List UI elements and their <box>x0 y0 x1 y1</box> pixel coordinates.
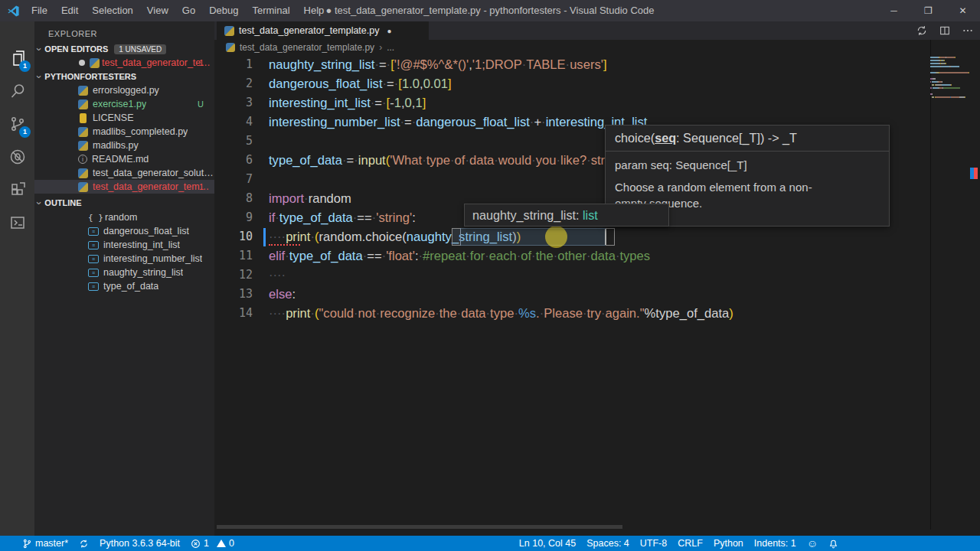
unsaved-badge: 1 UNSAVED <box>114 44 166 54</box>
code-line[interactable]: 13else: <box>217 285 930 304</box>
menu-file[interactable]: File <box>24 5 54 16</box>
line-number[interactable]: 6 <box>217 151 253 170</box>
minimap-token <box>955 57 956 58</box>
line-number[interactable]: 4 <box>217 112 253 132</box>
more-actions-icon[interactable] <box>962 24 974 37</box>
breadcrumb[interactable]: test_data_generator_template.py › ... <box>226 40 394 55</box>
code-line[interactable]: 1naughty_string_list·=·['!@#$%^&*()','1;… <box>217 55 930 74</box>
file-item[interactable]: exercise1.pyU <box>34 97 214 111</box>
code-token: again." <box>605 306 644 321</box>
line-number[interactable]: 1 <box>217 55 253 74</box>
line-number[interactable]: 12 <box>217 266 253 285</box>
code-token: random.choice <box>318 230 402 244</box>
line-number[interactable]: 10 <box>217 227 253 246</box>
code-line[interactable]: 12···· <box>217 266 930 285</box>
line-number[interactable]: 5 <box>217 132 253 151</box>
code-token: interesting_int_list <box>269 96 371 110</box>
split-editor-icon[interactable] <box>939 24 951 37</box>
code-line[interactable]: 10····print·(random.choice(naughty_strin… <box>217 227 930 246</box>
indentation-status[interactable]: Spaces: 4 <box>581 538 635 549</box>
code-token: TABLE <box>526 57 565 72</box>
feedback-smiley-icon[interactable]: ☺ <box>802 538 823 549</box>
line-number[interactable]: 3 <box>217 93 253 112</box>
close-button[interactable]: ✕ <box>946 0 980 21</box>
minimap[interactable] <box>930 57 970 148</box>
notifications-bell[interactable] <box>823 539 844 549</box>
menu-view[interactable]: View <box>140 5 175 16</box>
minimap-token <box>932 93 933 95</box>
minimap-token <box>951 84 952 86</box>
open-editor-item[interactable]: test_data_generator_template.py 1 <box>34 56 214 70</box>
outline-item[interactable]: interesting_int_list <box>34 238 214 252</box>
file-item[interactable]: README.md <box>34 152 214 166</box>
python-interpreter-status[interactable]: Python 3.6.3 64-bit <box>94 538 185 549</box>
outline-item[interactable]: type_of_data <box>34 279 214 293</box>
code-line[interactable]: 14····print·("could·not·recognize·the·da… <box>217 304 930 323</box>
file-item[interactable]: test_data_generator_template.py1 <box>34 180 214 194</box>
outline-header[interactable]: › OUTLINE <box>34 196 214 210</box>
file-label: madlibs_completed.py <box>93 126 188 137</box>
minimap-token <box>943 87 960 89</box>
minimize-button[interactable]: ─ <box>877 0 911 21</box>
indents-status[interactable]: Indents: 1 <box>749 538 802 549</box>
encoding-status[interactable]: UTF-8 <box>635 538 672 549</box>
line-number[interactable]: 9 <box>217 208 253 227</box>
restore-button[interactable]: ❐ <box>911 0 946 21</box>
code-token: #repeat <box>423 249 466 263</box>
menu-go[interactable]: Go <box>175 5 202 16</box>
line-number[interactable]: 7 <box>217 170 253 189</box>
menu-debug[interactable]: Debug <box>202 5 245 16</box>
outline-item[interactable]: random <box>34 210 214 224</box>
code-token: not <box>358 306 376 321</box>
code-line[interactable]: 2dangerous_float_list·=·[1.0,0.01] <box>217 74 930 93</box>
open-editors-header[interactable]: › OPEN EDITORS 1 UNSAVED <box>34 42 214 56</box>
explorer-activity-button[interactable]: 1 <box>0 42 34 74</box>
line-number[interactable]: 8 <box>217 189 253 208</box>
minimap-line <box>930 63 970 64</box>
menu-edit[interactable]: Edit <box>54 5 85 16</box>
tab-test-data-generator-template[interactable]: test_data_generator_template.py ● <box>217 21 429 40</box>
menu-selection[interactable]: Selection <box>85 5 139 16</box>
file-item[interactable]: errorslogged.py <box>34 83 214 97</box>
horizontal-scrollbar[interactable] <box>217 525 622 529</box>
code-runner-activity-button[interactable] <box>0 207 34 239</box>
line-number[interactable]: 11 <box>217 246 253 266</box>
folder-header[interactable]: › PYTHONFORTESTERS <box>34 70 214 83</box>
sync-icon[interactable] <box>916 24 928 37</box>
minimap-token <box>932 81 937 83</box>
code-line[interactable]: 11elif·type_of_data·==·'float':·#repeat·… <box>217 246 930 266</box>
code-token: ) <box>517 230 521 244</box>
extensions-activity-button[interactable] <box>0 174 34 206</box>
code-line[interactable]: 3interesting_int_list·=·[-1,0,1] <box>217 93 930 112</box>
breadcrumb-more[interactable]: ... <box>387 42 394 53</box>
git-branch-status[interactable]: master* <box>17 538 74 549</box>
code-token: 1.0 <box>402 77 420 91</box>
file-item[interactable]: madlibs.py <box>34 139 214 152</box>
outline-item[interactable]: dangerous_float_list <box>34 224 214 238</box>
breadcrumb-file[interactable]: test_data_generator_template.py <box>240 42 374 53</box>
problems-status[interactable]: 1 0 <box>185 538 240 549</box>
minimap-token <box>930 72 936 73</box>
file-item[interactable]: madlibs_completed.py <box>34 125 214 139</box>
debug-activity-button[interactable] <box>0 141 34 173</box>
line-number[interactable]: 2 <box>217 74 253 93</box>
dirty-dot-icon[interactable]: ● <box>387 27 391 35</box>
bell-icon <box>828 539 838 549</box>
cursor-position-status[interactable]: Ln 10, Col 45 <box>514 538 581 549</box>
line-number[interactable]: 13 <box>217 285 253 304</box>
file-label: test_data_generator_template.py <box>93 181 214 192</box>
line-number[interactable]: 14 <box>217 304 253 323</box>
outline-item[interactable]: interesting_number_list <box>34 252 214 266</box>
eol-status[interactable]: CRLF <box>672 538 708 549</box>
file-label: test_data_generator_solution.py <box>93 168 214 178</box>
code-editor[interactable]: 1naughty_string_list·=·['!@#$%^&*()','1;… <box>217 55 930 484</box>
sync-status[interactable] <box>74 539 94 549</box>
search-activity-button[interactable] <box>0 75 34 107</box>
outline-item[interactable]: naughty_string_list <box>34 266 214 279</box>
source-control-activity-button[interactable]: 1 <box>0 108 34 140</box>
code-text: if·type_of_data·==·'string': <box>269 208 416 227</box>
file-item[interactable]: test_data_generator_solution.py <box>34 166 214 180</box>
language-mode-status[interactable]: Python <box>708 538 749 549</box>
file-item[interactable]: LICENSE <box>34 111 214 125</box>
menu-terminal[interactable]: Terminal <box>245 5 296 16</box>
